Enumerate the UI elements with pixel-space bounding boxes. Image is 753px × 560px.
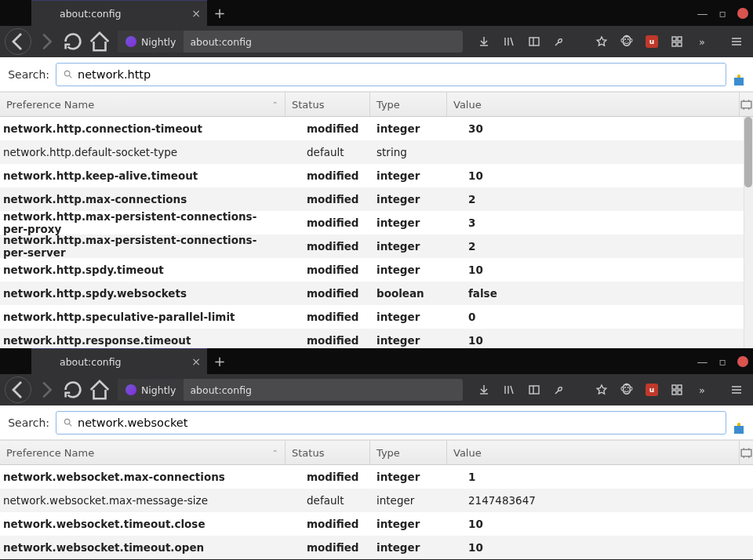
pref-value: 2 (447, 240, 753, 253)
close-tab-icon[interactable]: × (191, 355, 201, 368)
header-type[interactable]: Type (370, 93, 447, 116)
scrollbar-thumb[interactable] (744, 117, 752, 187)
header-type[interactable]: Type (370, 441, 447, 464)
overflow-icon[interactable]: » (690, 378, 714, 402)
header-name[interactable]: Preference Name⌃ (0, 93, 286, 116)
back-button[interactable] (5, 28, 31, 55)
library-icon[interactable] (497, 378, 521, 402)
scrollbar-track[interactable] (744, 117, 753, 348)
pocket-star-icon[interactable] (590, 30, 613, 53)
pref-value: 10 (447, 264, 753, 276)
reload-button[interactable] (61, 30, 85, 53)
window-minimize-icon[interactable]: — (697, 355, 708, 368)
svg-rect-7 (529, 386, 539, 394)
header-name[interactable]: Preference Name⌃ (0, 441, 286, 464)
hamburger-menu-icon[interactable] (725, 378, 748, 402)
pref-row[interactable]: network.http.speculative-parallel-limit … (0, 305, 753, 329)
pref-type: integer (370, 193, 447, 205)
pref-status: modified (286, 264, 370, 276)
url-text[interactable]: about:config (184, 36, 450, 48)
search-box[interactable] (56, 411, 726, 435)
search-input[interactable] (78, 68, 719, 81)
back-button[interactable] (5, 376, 31, 403)
svg-rect-8 (672, 385, 676, 389)
home-button[interactable] (88, 378, 111, 402)
reload-button[interactable] (61, 378, 85, 402)
svg-rect-0 (529, 38, 539, 45)
tab-aboutconfig[interactable]: about:config × (31, 348, 207, 374)
svg-point-12 (64, 419, 70, 424)
forward-button[interactable] (35, 30, 58, 53)
pref-type: integer (370, 122, 447, 135)
identity-box[interactable]: Nightly (118, 31, 184, 53)
downloads-icon[interactable] (472, 30, 496, 53)
pref-value: 2 (447, 193, 753, 205)
greasemonkey-icon[interactable]: 🐵 (615, 30, 638, 53)
dashboard-icon[interactable] (665, 378, 689, 402)
pref-type: integer (370, 311, 447, 323)
sidebar-icon[interactable] (522, 30, 546, 53)
pocket-star-icon[interactable] (590, 378, 613, 402)
overflow-icon[interactable]: » (690, 30, 714, 53)
pref-name: network.http.spdy.websockets (0, 287, 286, 300)
search-box[interactable] (56, 63, 726, 86)
pref-status: modified (286, 518, 370, 530)
pref-status: modified (286, 471, 370, 483)
pref-row[interactable]: network.http.max-persistent-connections-… (0, 235, 753, 258)
devtools-icon[interactable] (547, 30, 571, 53)
ublock-icon[interactable]: u (640, 30, 664, 53)
search-input[interactable] (78, 416, 719, 429)
search-label: Search: (6, 68, 49, 81)
pref-row[interactable]: network.http.spdy.timeout modified integ… (0, 258, 753, 282)
pref-row[interactable]: network.websocket.timeout.close modified… (0, 512, 753, 536)
pref-row[interactable]: network.websocket.timeout.open modified … (0, 536, 753, 559)
window-close-icon[interactable] (737, 356, 748, 367)
column-picker-icon[interactable] (739, 441, 753, 464)
pref-status: modified (286, 193, 370, 205)
svg-rect-2 (678, 37, 682, 41)
browser-window: about:config × + — ▫ Nightly about:confi… (0, 348, 753, 559)
downloads-icon[interactable] (472, 378, 496, 402)
dashboard-icon[interactable] (665, 30, 689, 53)
devtools-icon[interactable] (547, 378, 571, 402)
url-bar[interactable]: Nightly about:config (118, 31, 463, 53)
pref-row[interactable]: network.websocket.max-connections modifi… (0, 465, 753, 489)
pref-row[interactable]: network.http.default-socket-type default… (0, 140, 753, 164)
new-tab-button[interactable]: + (207, 348, 232, 374)
ublock-icon[interactable]: u (640, 378, 664, 402)
pref-row[interactable]: network.http.max-persistent-connections-… (0, 211, 753, 235)
header-value[interactable]: Value (447, 441, 739, 464)
search-label: Search: (6, 416, 49, 429)
header-status[interactable]: Status (286, 441, 370, 464)
header-value[interactable]: Value (447, 93, 739, 116)
window-minimize-icon[interactable]: — (697, 7, 708, 20)
identity-label: Nightly (141, 384, 176, 396)
sidebar-icon[interactable] (522, 378, 546, 402)
greasemonkey-icon[interactable]: 🐵 (615, 378, 638, 402)
header-status[interactable]: Status (286, 93, 370, 116)
close-tab-icon[interactable]: × (191, 7, 201, 20)
pref-value: 30 (447, 122, 753, 135)
pref-type: integer (370, 494, 447, 507)
window-close-icon[interactable] (737, 8, 748, 19)
forward-button[interactable] (35, 378, 58, 402)
svg-rect-6 (741, 101, 751, 108)
pref-row[interactable]: network.http.keep-alive.timeout modified… (0, 164, 753, 187)
url-text[interactable]: about:config (184, 384, 450, 396)
pref-row[interactable]: network.http.response.timeout modified i… (0, 329, 753, 348)
identity-box[interactable]: Nightly (118, 379, 184, 401)
library-icon[interactable] (497, 30, 521, 53)
window-maximize-icon[interactable]: ▫ (719, 355, 727, 368)
window-maximize-icon[interactable]: ▫ (719, 7, 727, 20)
pref-row[interactable]: network.websocket.max-message-size defau… (0, 489, 753, 512)
new-tab-button[interactable]: + (207, 0, 232, 26)
pref-row[interactable]: network.http.spdy.websockets modified bo… (0, 282, 753, 305)
column-picker-icon[interactable] (739, 93, 753, 116)
hamburger-menu-icon[interactable] (725, 30, 748, 53)
tab-aboutconfig[interactable]: about:config × (31, 0, 207, 26)
pref-row[interactable]: network.http.connection-timeout modified… (0, 117, 753, 140)
url-bar[interactable]: Nightly about:config (118, 379, 463, 401)
pref-row[interactable]: network.http.max-connections modified in… (0, 187, 753, 211)
pref-name: network.http.spdy.timeout (0, 264, 286, 276)
home-button[interactable] (88, 30, 111, 53)
